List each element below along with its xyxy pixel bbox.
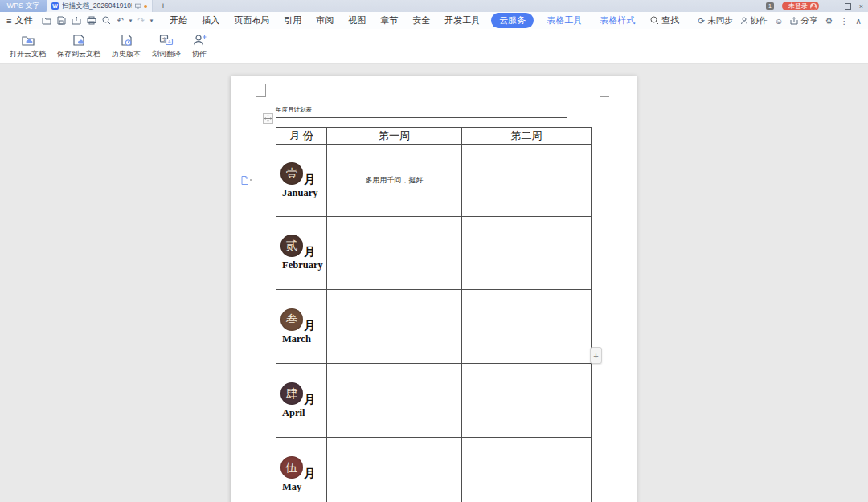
collaborate-button[interactable]: 协作 [740, 15, 768, 27]
month-seal-stamp[interactable]: 壹 [280, 162, 303, 185]
word-translate-label: 划词翻译 [152, 49, 181, 59]
month-seal-stamp[interactable]: 贰 [280, 235, 303, 257]
undo-caret-icon[interactable]: ▾ [129, 18, 133, 24]
person-icon [740, 17, 748, 25]
week1-cell[interactable] [327, 290, 462, 364]
print-icon[interactable] [87, 16, 96, 25]
document-canvas[interactable]: 年度月计划表 月 份 第一周 第二周 壹 月 January [0, 64, 868, 502]
feedback-smiley-icon[interactable]: ☺ [775, 16, 784, 26]
week2-cell[interactable] [462, 217, 592, 290]
menu-view[interactable]: 视图 [341, 14, 373, 27]
month-cell[interactable]: 伍 月 May [276, 438, 327, 502]
week2-cell[interactable] [462, 290, 592, 364]
table-row: 壹 月 January 多用用千问，挺好 [276, 145, 592, 217]
save-icon[interactable] [57, 16, 66, 25]
share-icon [790, 17, 798, 25]
menu-table-style[interactable]: 表格样式 [591, 14, 644, 27]
titlebar-spacer [174, 0, 766, 12]
print-preview-icon[interactable] [102, 16, 111, 25]
wps-writer-icon: W [51, 2, 59, 10]
maximize-button[interactable] [841, 0, 854, 12]
word-translate-button[interactable]: 文A 划词翻译 [146, 29, 186, 63]
table-move-handle[interactable] [263, 113, 273, 124]
save-to-cloud-icon [72, 34, 86, 47]
export-icon[interactable] [72, 16, 81, 25]
page-header-title[interactable]: 年度月计划表 [276, 106, 567, 118]
collaborate-label: 协作 [751, 15, 768, 27]
login-button[interactable]: 未登录 [782, 2, 819, 10]
more-dots-icon[interactable]: ⋮ [840, 16, 849, 26]
share-label: 分享 [800, 15, 817, 27]
wps-home-tab[interactable]: WPS 文字 [0, 0, 47, 12]
undo-icon[interactable]: ↶ [117, 16, 123, 25]
file-menu-button[interactable]: ≡ 文件 [6, 14, 32, 27]
collaborate-tool-button[interactable]: 协作 [186, 29, 212, 63]
new-tab-button[interactable]: + [153, 0, 174, 12]
margin-mark-top-left [256, 84, 266, 97]
week1-cell[interactable] [327, 364, 462, 438]
table-row: 贰 月 February [276, 217, 592, 290]
month-seal-stamp[interactable]: 肆 [280, 382, 303, 405]
month-cell[interactable]: 贰 月 February [276, 217, 327, 290]
week1-cell[interactable] [327, 217, 462, 290]
week2-cell[interactable] [462, 145, 592, 217]
monthly-plan-table[interactable]: 月 份 第一周 第二周 壹 月 January 多用用千问，挺好 贰 月 Feb… [276, 127, 592, 502]
avatar-icon [810, 3, 817, 10]
menu-security[interactable]: 安全 [405, 14, 437, 27]
customize-caret-icon[interactable]: ▾ [150, 18, 154, 24]
settings-gear-icon[interactable]: ⚙ [825, 16, 832, 26]
week1-cell[interactable] [327, 438, 462, 502]
menubar: ≡ 文件 ↶ ▾ ↷ ▾ 开始 插入 页面布局 引用 审阅 视图 章节 安全 开… [0, 12, 868, 29]
open-icon[interactable] [42, 16, 51, 25]
open-cloud-doc-button[interactable]: 打开云文档 [4, 29, 51, 63]
menu-insert[interactable]: 插入 [194, 14, 227, 27]
month-cell[interactable]: 肆 月 April [276, 364, 327, 438]
menu-cloud-service-active[interactable]: 云服务 [491, 13, 534, 28]
redo-icon[interactable]: ↷ [137, 16, 144, 25]
month-cn-label: 月 [304, 393, 315, 407]
month-cn-label: 月 [304, 319, 315, 333]
document-tab-title: 扫描文档_20260419105606 [62, 2, 132, 11]
month-cell[interactable]: 叁 月 March [276, 290, 327, 364]
month-seal-stamp[interactable]: 叁 [280, 308, 303, 331]
find-button[interactable]: 查找 [644, 14, 686, 27]
menu-home[interactable]: 开始 [162, 14, 194, 27]
week1-cell[interactable]: 多用用千问，挺好 [327, 145, 462, 217]
collaborate-tool-icon [192, 34, 207, 47]
sync-status[interactable]: ⟳ 未同步 [698, 15, 732, 27]
header-week2[interactable]: 第二周 [462, 128, 592, 145]
quick-access-toolbar: ↶ ▾ ↷ ▾ [42, 16, 153, 25]
marker-dot [250, 179, 252, 181]
minimize-button[interactable] [827, 0, 841, 12]
week2-cell[interactable] [462, 438, 592, 502]
open-cloud-doc-label: 打开云文档 [10, 49, 46, 59]
menu-table-tools[interactable]: 表格工具 [538, 14, 591, 27]
margin-comment-marker[interactable] [241, 176, 252, 185]
header-week1[interactable]: 第一周 [327, 128, 462, 145]
menu-dev-tools[interactable]: 开发工具 [437, 14, 487, 27]
notification-badge[interactable]: 1 [766, 2, 774, 10]
unsaved-dot-icon [144, 5, 147, 8]
collapse-ribbon-icon[interactable]: ∧ [855, 16, 862, 26]
sync-label: 未同步 [707, 15, 733, 27]
menu-references[interactable]: 引用 [276, 14, 309, 27]
history-versions-button[interactable]: 历史版本 [106, 29, 146, 63]
menu-review[interactable]: 审阅 [309, 14, 341, 27]
svg-text:A: A [168, 39, 171, 44]
word-translate-icon: 文A [159, 34, 174, 47]
month-cn-label: 月 [304, 173, 315, 187]
doc-marker-icon [241, 176, 248, 185]
add-column-button[interactable]: + [590, 347, 602, 364]
save-to-cloud-button[interactable]: 保存到云文档 [51, 29, 106, 63]
header-month[interactable]: 月 份 [276, 128, 327, 145]
month-seal-stamp[interactable]: 伍 [280, 456, 303, 479]
document-page[interactable]: 年度月计划表 月 份 第一周 第二周 壹 月 January [231, 76, 637, 502]
share-button[interactable]: 分享 [790, 15, 817, 27]
menu-page-layout[interactable]: 页面布局 [227, 14, 276, 27]
week2-cell[interactable] [462, 364, 592, 438]
month-cell[interactable]: 壹 月 January [276, 145, 327, 217]
document-tab[interactable]: W 扫描文档_20260419105606 [47, 0, 153, 12]
month-en-label: January [280, 187, 326, 199]
menu-section[interactable]: 章节 [373, 14, 405, 27]
close-button[interactable]: × [854, 0, 868, 12]
